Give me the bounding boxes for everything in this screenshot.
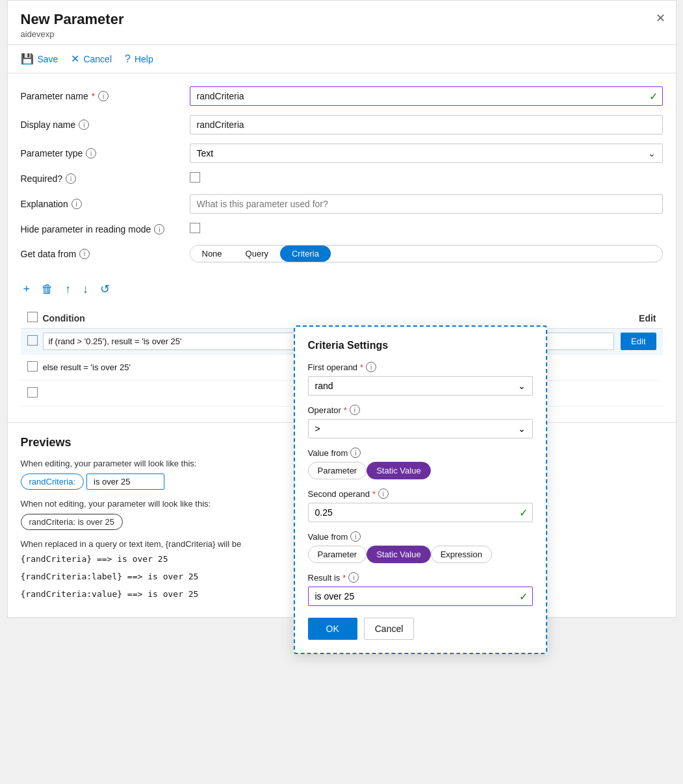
edit-preview-tag: randCriteria:: [21, 474, 84, 490]
parameter-type-info-icon[interactable]: i: [86, 148, 96, 158]
required-label: Required? i: [21, 173, 190, 184]
value-from-1-static-btn[interactable]: Static Value: [367, 462, 430, 479]
result-input[interactable]: [308, 587, 533, 606]
value-from-1-field: Value from i Parameter Static Value: [308, 448, 533, 479]
get-data-toggle-group: None Query Criteria: [190, 245, 663, 262]
edit-preview-value[interactable]: [86, 474, 164, 490]
result-check-icon: ✓: [519, 590, 528, 603]
row2-cb: [27, 361, 43, 374]
operator-chevron-icon: ⌄: [518, 424, 526, 434]
explanation-label: Explanation i: [21, 199, 190, 209]
criteria-cancel-button[interactable]: Cancel: [364, 618, 415, 640]
row2-checkbox[interactable]: [27, 361, 38, 372]
table-header-cb: [27, 312, 43, 324]
not-edit-preview-tag: randCriteria: is over 25: [21, 514, 123, 530]
save-label: Save: [38, 54, 58, 64]
first-operand-field: First operand * i rand ⌄: [308, 362, 533, 396]
hide-param-control: [190, 223, 663, 236]
parameter-name-input[interactable]: [190, 86, 663, 106]
operator-required: *: [344, 405, 347, 415]
second-operand-input[interactable]: [308, 503, 533, 522]
parameter-type-row: Parameter type i Text ⌄: [21, 144, 663, 163]
add-condition-button[interactable]: +: [21, 281, 33, 297]
required-row: Required? i: [21, 172, 663, 185]
parameter-type-value: Text: [197, 148, 214, 158]
value-from-1-parameter-btn[interactable]: Parameter: [308, 462, 367, 479]
operator-label: Operator * i: [308, 405, 533, 415]
ok-button[interactable]: OK: [308, 618, 357, 640]
criteria-footer: OK Cancel: [308, 618, 533, 640]
first-operand-value: rand: [315, 381, 333, 391]
result-required: *: [342, 573, 346, 583]
parameter-type-control: Text ⌄: [190, 144, 663, 163]
empty-checkbox[interactable]: [27, 387, 38, 398]
required-checkbox[interactable]: [190, 172, 200, 183]
display-name-info-icon[interactable]: i: [79, 120, 89, 130]
move-down-button[interactable]: ↓: [80, 281, 91, 297]
value-from-1-label: Value from i: [308, 448, 533, 458]
cancel-button[interactable]: ✕ Cancel: [71, 53, 112, 65]
value-from-1-info-icon[interactable]: i: [350, 448, 361, 458]
cancel-label: Cancel: [83, 54, 112, 64]
toolbar: 💾 Save ✕ Cancel ? Help: [8, 45, 676, 73]
criteria-toolbar: + 🗑 ↑ ↓ ↺: [21, 275, 663, 303]
value-from-2-field: Value from i Parameter Static Value Expr…: [308, 531, 533, 563]
hide-param-info-icon[interactable]: i: [154, 224, 164, 234]
explanation-input[interactable]: [190, 194, 663, 214]
window-close-button[interactable]: ✕: [656, 11, 665, 25]
first-operand-select[interactable]: rand ⌄: [308, 376, 533, 396]
second-operand-info-icon[interactable]: i: [378, 488, 389, 499]
parameter-name-check-icon: ✓: [649, 90, 658, 103]
parameter-type-select[interactable]: Text ⌄: [190, 144, 663, 163]
help-icon: ?: [125, 53, 131, 65]
first-operand-chevron-icon: ⌄: [518, 381, 526, 391]
operator-select[interactable]: > ⌄: [308, 419, 533, 438]
get-data-query-btn[interactable]: Query: [234, 246, 280, 262]
first-operand-info-icon[interactable]: i: [366, 362, 376, 372]
operator-field: Operator * i > ⌄: [308, 405, 533, 438]
parameter-name-info-icon[interactable]: i: [98, 91, 109, 101]
get-data-criteria-btn[interactable]: Criteria: [280, 246, 331, 262]
value-from-2-parameter-btn[interactable]: Parameter: [308, 546, 367, 563]
row1-checkbox[interactable]: [27, 335, 38, 346]
get-data-info-icon[interactable]: i: [79, 249, 90, 259]
help-button[interactable]: ? Help: [125, 53, 153, 65]
hide-param-label: Hide parameter in reading mode i: [21, 224, 190, 234]
display-name-label: Display name i: [21, 120, 190, 130]
save-icon: 💾: [21, 53, 34, 65]
operator-value: >: [315, 424, 320, 434]
required-info-icon[interactable]: i: [66, 173, 76, 184]
cancel-icon: ✕: [71, 53, 79, 65]
second-operand-wrap: ✓: [308, 503, 533, 522]
first-operand-required: *: [360, 362, 363, 372]
get-data-control: None Query Criteria: [190, 245, 663, 262]
criteria-settings-panel: Criteria Settings First operand * i rand…: [294, 325, 547, 654]
delete-condition-button[interactable]: 🗑: [39, 281, 56, 297]
main-panel: ✕ New Parameter aidevexp 💾 Save ✕ Cancel…: [7, 0, 677, 618]
operator-info-icon[interactable]: i: [350, 405, 360, 415]
value-from-2-static-btn[interactable]: Static Value: [367, 546, 430, 563]
row1-edit-button[interactable]: Edit: [621, 333, 656, 350]
criteria-settings-title: Criteria Settings: [308, 340, 533, 351]
value-from-2-toggle-group: Parameter Static Value Expression: [308, 546, 533, 563]
hide-param-checkbox[interactable]: [190, 223, 200, 233]
get-data-none-btn[interactable]: None: [190, 246, 234, 262]
parameter-name-label: Parameter name * i: [21, 91, 190, 101]
display-name-input[interactable]: [190, 115, 663, 134]
refresh-button[interactable]: ↺: [97, 281, 112, 297]
get-data-label: Get data from i: [21, 249, 190, 259]
explanation-info-icon[interactable]: i: [71, 199, 82, 209]
row1-cb: [27, 335, 43, 348]
move-up-button[interactable]: ↑: [62, 281, 73, 297]
value-from-2-expression-btn[interactable]: Expression: [431, 546, 492, 563]
save-button[interactable]: 💾 Save: [21, 53, 58, 65]
value-from-2-info-icon[interactable]: i: [350, 531, 361, 542]
value-from-2-label: Value from i: [308, 531, 533, 542]
result-field: Result is * i ✓: [308, 572, 533, 606]
condition-header: Condition: [43, 313, 604, 323]
second-operand-check-icon: ✓: [519, 507, 528, 519]
empty-cb: [27, 387, 43, 400]
required-star: *: [92, 91, 95, 101]
result-info-icon[interactable]: i: [348, 572, 359, 583]
header-checkbox[interactable]: [27, 312, 38, 322]
